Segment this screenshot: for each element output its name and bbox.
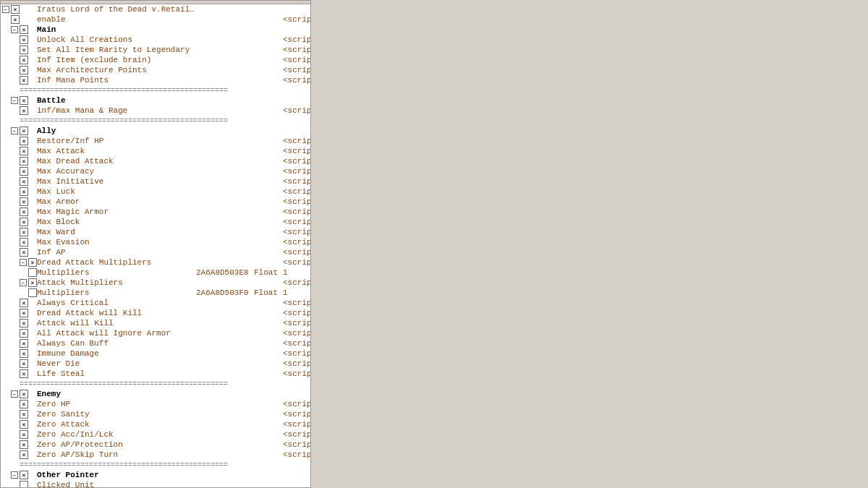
- row-checkbox[interactable]: [20, 228, 28, 236]
- row-checkbox[interactable]: [20, 319, 28, 328]
- table-row[interactable]: Clicked Unit: [1, 480, 310, 488]
- row-checkbox[interactable]: [20, 238, 28, 247]
- table-row[interactable]: Always Can Buff<script>: [1, 338, 310, 348]
- table-row[interactable]: Zero Attack<script>: [1, 419, 310, 429]
- row-checkbox[interactable]: [11, 5, 20, 14]
- table-row[interactable]: ========================================…: [1, 116, 310, 126]
- row-checkbox[interactable]: [28, 288, 37, 297]
- row-checkbox[interactable]: [20, 157, 28, 166]
- table-row[interactable]: Max Luck<script>: [1, 187, 310, 197]
- table-row[interactable]: Inf AP<script>: [1, 247, 310, 257]
- row-checkbox[interactable]: [20, 66, 28, 74]
- row-checkbox[interactable]: [20, 106, 28, 115]
- table-row[interactable]: Max Dread Attack<script>: [1, 156, 310, 166]
- row-checkbox[interactable]: [20, 481, 28, 488]
- table-row[interactable]: Zero Sanity<script>: [1, 409, 310, 419]
- table-row[interactable]: Unlock All Creations<script>: [1, 35, 310, 45]
- table-row[interactable]: inf/max Mana & Rage<script>: [1, 106, 310, 116]
- collapse-icon[interactable]: [11, 97, 18, 104]
- collapse-icon[interactable]: [11, 390, 18, 398]
- table-row[interactable]: Max Armor<script>: [1, 197, 310, 207]
- row-checkbox[interactable]: [20, 248, 28, 257]
- row-checkbox[interactable]: [20, 76, 28, 85]
- section-checkbox[interactable]: [20, 96, 28, 105]
- row-checkbox[interactable]: [28, 258, 37, 267]
- row-checkbox[interactable]: [20, 410, 28, 419]
- row-checkbox[interactable]: [20, 309, 28, 317]
- row-checkbox[interactable]: [20, 147, 28, 155]
- table-row[interactable]: Zero HP<script>: [1, 399, 310, 409]
- collapse-icon[interactable]: [20, 259, 27, 266]
- table-row[interactable]: Max Attack<script>: [1, 146, 310, 156]
- collapse-icon[interactable]: [11, 471, 18, 479]
- table-row[interactable]: Max Initiative<script>: [1, 176, 310, 187]
- table-row[interactable]: Inf Mana Points<script>: [1, 75, 310, 85]
- table-row[interactable]: Ally: [1, 126, 310, 136]
- row-checkbox[interactable]: [20, 329, 28, 338]
- table-row[interactable]: enable<script>: [1, 14, 310, 25]
- cheat-table[interactable]: Iratus Lord of the Dead v.Retail (175.15…: [0, 0, 311, 488]
- row-checkbox[interactable]: [28, 268, 37, 277]
- row-checkbox[interactable]: [20, 450, 28, 459]
- table-row[interactable]: Inf Item (exclude brain)<script>: [1, 55, 310, 65]
- row-checkbox[interactable]: [20, 197, 28, 206]
- row-checkbox[interactable]: [20, 187, 28, 196]
- row-checkbox[interactable]: [20, 440, 28, 449]
- table-row[interactable]: Max Accuracy<script>: [1, 166, 310, 176]
- table-row[interactable]: Main: [1, 25, 310, 35]
- row-checkbox[interactable]: [11, 15, 20, 24]
- table-row[interactable]: Other Pointer: [1, 470, 310, 480]
- table-row[interactable]: Set All Item Rarity to Legendary<script>: [1, 45, 310, 55]
- collapse-icon[interactable]: [11, 26, 18, 33]
- row-checkbox[interactable]: [20, 420, 28, 429]
- collapse-icon[interactable]: [20, 279, 27, 286]
- table-row[interactable]: Zero AP/Protection<script>: [1, 440, 310, 450]
- table-row[interactable]: Enemy: [1, 389, 310, 399]
- row-checkbox[interactable]: [20, 46, 28, 54]
- row-checkbox[interactable]: [20, 167, 28, 176]
- row-checkbox[interactable]: [20, 35, 28, 44]
- row-checkbox[interactable]: [20, 218, 28, 226]
- row-checkbox[interactable]: [28, 278, 37, 287]
- table-row[interactable]: Battle: [1, 95, 310, 106]
- table-row[interactable]: Max Evasion<script>: [1, 237, 310, 247]
- table-row[interactable]: Dread Attack Multipliers<script>: [1, 257, 310, 267]
- row-checkbox[interactable]: [20, 349, 28, 358]
- table-row[interactable]: Multipliers2A6A8D503E8Float1: [1, 267, 310, 278]
- table-row[interactable]: ========================================…: [1, 85, 310, 95]
- table-row[interactable]: Dread Attack will Kill<script>: [1, 308, 310, 318]
- row-checkbox[interactable]: [20, 207, 28, 216]
- row-checkbox[interactable]: [20, 137, 28, 145]
- table-row[interactable]: Life Steal<script>: [1, 369, 310, 379]
- table-row[interactable]: Attack Multipliers<script>: [1, 278, 310, 288]
- table-row[interactable]: Never Die<script>: [1, 359, 310, 369]
- table-row[interactable]: Max Ward<script>: [1, 227, 310, 237]
- table-row[interactable]: ========================================…: [1, 460, 310, 470]
- row-checkbox[interactable]: [20, 56, 28, 64]
- row-checkbox[interactable]: [20, 299, 28, 307]
- table-row[interactable]: Max Architecture Points<script>: [1, 65, 310, 75]
- table-row[interactable]: ========================================…: [1, 379, 310, 389]
- row-checkbox[interactable]: [20, 430, 28, 439]
- table-row[interactable]: Attack will Kill<script>: [1, 318, 310, 328]
- table-row[interactable]: Multipliers2A6A8D503F0Float1: [1, 288, 310, 298]
- table-row[interactable]: Max Magic Armor<script>: [1, 207, 310, 217]
- section-checkbox[interactable]: [20, 25, 28, 34]
- table-row[interactable]: Immune Damage<script>: [1, 348, 310, 359]
- table-row[interactable]: All Attack will Ignore Armor<script>: [1, 328, 310, 338]
- section-checkbox[interactable]: [20, 471, 28, 479]
- row-checkbox[interactable]: [20, 400, 28, 408]
- collapse-icon[interactable]: [11, 127, 18, 134]
- row-checkbox[interactable]: [20, 369, 28, 378]
- table-row[interactable]: Always Critical<script>: [1, 298, 310, 308]
- row-checkbox[interactable]: [20, 177, 28, 186]
- table-row[interactable]: Zero Acc/Ini/Lck<script>: [1, 429, 310, 440]
- table-row[interactable]: Max Block<script>: [1, 217, 310, 227]
- row-checkbox[interactable]: [20, 339, 28, 348]
- table-row[interactable]: Zero AP/Skip Turn<script>: [1, 450, 310, 460]
- collapse-icon[interactable]: [2, 6, 9, 13]
- section-checkbox[interactable]: [20, 127, 28, 135]
- row-checkbox[interactable]: [20, 359, 28, 368]
- table-row[interactable]: Restore/Inf HP<script>: [1, 136, 310, 146]
- table-row[interactable]: Iratus Lord of the Dead v.Retail (175.15…: [1, 4, 310, 14]
